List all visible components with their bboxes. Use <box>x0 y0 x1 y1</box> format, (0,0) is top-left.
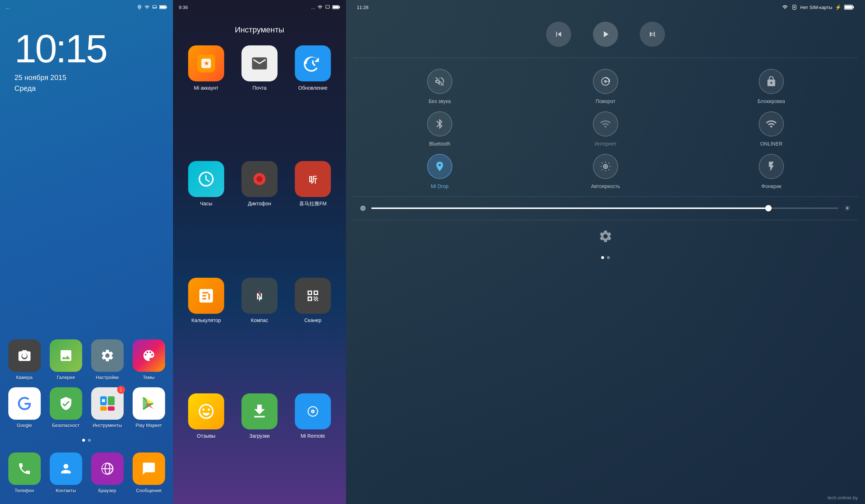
app-playstore[interactable]: Play Маркет <box>132 387 166 428</box>
settings-gear-button[interactable] <box>596 227 615 245</box>
s3-dot-1 <box>601 256 604 259</box>
brightness-track[interactable] <box>371 208 838 209</box>
downloads-icon <box>241 393 278 429</box>
tools-badge: 1 <box>117 386 125 394</box>
tool-update[interactable]: Обновление <box>290 45 335 152</box>
rotate-label: Поворот <box>596 98 616 104</box>
sim-icon <box>791 5 797 10</box>
dock-phone[interactable]: Телефон <box>7 452 41 493</box>
feedback-icon <box>188 393 224 429</box>
camera-label: Камера <box>16 375 32 380</box>
onliner-icon <box>766 118 777 130</box>
toggle-silent[interactable]: Без звука <box>360 69 519 104</box>
flashlight-icon <box>766 161 777 172</box>
dock-contacts[interactable]: Контакты <box>49 452 83 493</box>
app-settings[interactable]: Настройки <box>90 339 124 380</box>
svg-point-32 <box>604 80 607 83</box>
browser-label: Браузер <box>98 488 116 493</box>
svg-point-18 <box>257 176 263 182</box>
mi-account-icon: ★ <box>188 45 224 81</box>
time-3: 11:28 <box>357 5 369 10</box>
tool-feedback[interactable]: Отзывы <box>184 393 229 500</box>
svg-text:听: 听 <box>309 175 318 184</box>
tool-clock[interactable]: Часы <box>184 161 229 269</box>
feedback-label: Отзывы <box>197 433 215 439</box>
tool-mi-account[interactable]: ★ Mi аккаунт <box>184 45 229 152</box>
screen3-quicksettings: 11:28 Нет SIM-карты ⚡ <box>346 0 865 504</box>
settings-icon-wrap <box>91 339 124 372</box>
settings-label: Настройки <box>96 375 119 380</box>
toggle-lock[interactable]: Блокировка <box>692 69 851 104</box>
sim-text: Нет SIM-карты <box>800 5 832 10</box>
tool-miremote[interactable]: Mi Remote <box>290 393 335 500</box>
brightness-row: ☀ <box>346 197 865 220</box>
recorder-label: Диктофон <box>248 201 271 206</box>
media-play-button[interactable] <box>593 22 618 47</box>
location-icon <box>137 5 142 10</box>
tool-music[interactable]: 听 喜马拉雅FM <box>290 161 335 269</box>
contacts-label: Контакты <box>56 488 76 493</box>
mail-label: Почта <box>253 85 267 91</box>
app-grid: Камера Галерея Настройки Темы Google <box>0 332 173 435</box>
app-gallery[interactable]: Галерея <box>49 339 83 380</box>
battery-icon-1 <box>159 5 167 10</box>
toggle-bluetooth[interactable]: Bluetooth <box>360 111 519 147</box>
midrop-icon <box>434 161 445 172</box>
app-camera[interactable]: Камера <box>7 339 41 380</box>
svg-rect-4 <box>160 6 166 8</box>
dock-sms[interactable]: Сообщения <box>132 452 166 493</box>
media-next-button[interactable] <box>640 22 665 47</box>
autobrightness-icon <box>600 161 611 172</box>
contacts-icon-wrap <box>50 452 82 485</box>
camera-icon-wrap <box>8 339 41 372</box>
dock: Телефон Контакты Браузер Сообщения <box>0 445 173 504</box>
screen3-main: 11:28 Нет SIM-карты ⚡ <box>346 0 865 504</box>
status-bar-3: 11:28 Нет SIM-карты ⚡ <box>346 0 865 14</box>
app-google[interactable]: Google <box>7 387 41 428</box>
app-tools[interactable]: 1 Инструменты <box>90 387 124 428</box>
svg-rect-27 <box>793 5 796 9</box>
app-themes[interactable]: Темы <box>132 339 166 380</box>
tool-calculator[interactable]: Калькулятор <box>184 278 229 385</box>
themes-icon-wrap <box>133 339 165 372</box>
toggle-midrop[interactable]: Mi Drop <box>360 154 519 189</box>
signal-dots: ... <box>6 5 10 10</box>
tool-mail[interactable]: Почта <box>237 45 282 152</box>
tool-downloads[interactable]: Загрузки <box>237 393 282 500</box>
toggle-onliner[interactable]: ONLINER <box>692 111 851 147</box>
toggle-rotate[interactable]: Поворот <box>526 69 685 104</box>
svg-rect-10 <box>326 5 330 8</box>
toggle-internet[interactable]: Интернет <box>526 111 685 147</box>
watermark: tech.onliner.by <box>828 495 858 500</box>
dock-browser[interactable]: Браузер <box>90 452 124 493</box>
svg-rect-6 <box>102 399 105 402</box>
message-icon-2 <box>325 5 330 10</box>
security-label: Безопасност <box>52 423 79 428</box>
onliner-icon-wrap <box>759 111 784 137</box>
app-security[interactable]: Безопасност <box>49 387 83 428</box>
miremote-icon <box>295 393 331 429</box>
clock-icon <box>188 161 224 197</box>
screen3-page-dots <box>346 253 865 263</box>
clock-area: 10:15 25 ноября 2015 Среда <box>0 14 173 97</box>
message-icon <box>152 5 157 10</box>
media-prev-button[interactable] <box>546 22 571 47</box>
tool-scanner[interactable]: Сканер <box>290 278 335 385</box>
svg-rect-30 <box>845 6 852 9</box>
silent-icon <box>434 76 445 87</box>
bluetooth-icon <box>434 118 445 130</box>
wifi-icon-3 <box>781 4 789 10</box>
lock-icon-wrap <box>759 69 784 94</box>
bluetooth-icon-wrap <box>427 111 452 137</box>
toggle-flashlight[interactable]: Фонарик <box>692 154 851 189</box>
themes-label: Темы <box>143 375 155 380</box>
screen1-home: ... 10:15 25 ноября 2015 Среда Камера Га <box>0 0 173 504</box>
svg-point-34 <box>604 165 606 167</box>
toggle-autobrightness[interactable]: Автояркость <box>526 154 685 189</box>
tools-folder-title: Инструменты <box>173 14 346 42</box>
tool-compass[interactable]: N Компас <box>237 278 282 385</box>
tool-recorder[interactable]: Диктофон <box>237 161 282 269</box>
phone-label: Телефон <box>15 488 34 493</box>
brightness-thumb[interactable] <box>765 205 772 211</box>
google-label: Google <box>17 423 32 428</box>
